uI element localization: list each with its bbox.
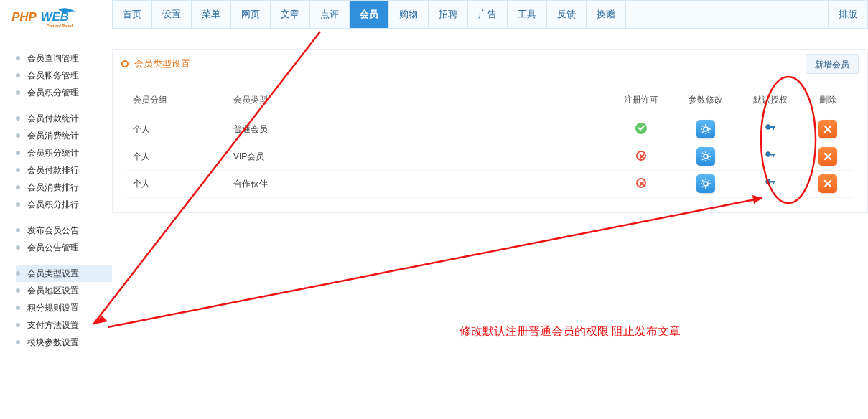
member-type-table: 会员分组 会员类型 注册许可 参数修改 默认授权 删除 个人普通会员个人VIP会… [127, 85, 853, 198]
sidebar-item[interactable]: 会员积分排行 [16, 196, 112, 213]
topnav-tab[interactable]: 工具 [508, 1, 547, 28]
close-icon [822, 123, 834, 135]
sidebar-item-label: 会员消费统计 [27, 130, 79, 142]
key-icon [765, 123, 776, 135]
sidebar-item-label: 会员付款统计 [27, 113, 79, 125]
bullet-icon [16, 73, 20, 77]
cell-param-edit [673, 143, 738, 170]
bullet-icon [16, 116, 20, 121]
sidebar-item[interactable]: 会员付款统计 [16, 110, 112, 127]
sidebar-item-label: 模块参数设置 [27, 336, 79, 349]
sidebar-item-label: 会员付款排行 [27, 164, 79, 176]
topnav-tab[interactable]: 文章 [271, 1, 310, 28]
topnav-tab[interactable]: 招聘 [429, 1, 468, 28]
default-auth-button[interactable] [761, 174, 780, 193]
sidebar-item-label: 支付方法设置 [27, 319, 79, 331]
topnav-tab[interactable]: 设置 [152, 1, 192, 28]
cell-reg-allow[interactable] [609, 116, 673, 143]
bullet-icon [16, 202, 20, 207]
sidebar-item-label: 会员类型设置 [27, 268, 79, 280]
topnav-tab[interactable]: 广告 [468, 1, 508, 28]
sidebar-item-label: 会员帐务管理 [27, 70, 79, 82]
sidebar-item-label: 会员地区设置 [27, 285, 79, 297]
param-edit-button[interactable] [696, 174, 715, 193]
sidebar-item[interactable]: 支付方法设置 [16, 316, 112, 334]
sidebar-item-label: 会员积分统计 [27, 147, 79, 159]
cell-param-edit [673, 116, 738, 143]
col-group: 会员分组 [127, 85, 228, 116]
sidebar-item-label: 会员公告管理 [27, 242, 79, 254]
cell-default-auth [738, 143, 803, 170]
bullet-icon [16, 90, 20, 95]
close-icon [822, 151, 834, 162]
add-member-type-button[interactable]: 新增会员 [806, 54, 859, 74]
default-auth-button[interactable] [761, 147, 780, 166]
bullet-icon [16, 245, 20, 250]
cell-group: 个人 [127, 170, 228, 197]
close-icon [822, 178, 834, 189]
cell-delete [803, 116, 853, 143]
key-icon [765, 178, 776, 189]
key-icon [765, 151, 776, 162]
col-type: 会员类型 [228, 85, 609, 116]
col-del: 删除 [803, 85, 853, 116]
panel-bullet-icon [121, 60, 129, 67]
sidebar-item[interactable]: 会员消费排行 [16, 179, 112, 196]
delete-button[interactable] [818, 174, 837, 193]
panel-member-type: 会员类型设置 新增会员 会员分组 会员类型 注册许可 参数修改 默认授权 删除 … [112, 49, 868, 213]
sidebar-item[interactable]: 会员积分管理 [16, 84, 112, 101]
cell-param-edit [673, 170, 738, 197]
panel-title: 会员类型设置 [134, 57, 190, 70]
sidebar-item[interactable]: 积分规则设置 [16, 299, 112, 316]
sidebar-item-label: 积分规则设置 [27, 302, 79, 314]
default-auth-button[interactable] [761, 120, 780, 138]
topnav-tab[interactable]: 菜单 [192, 1, 231, 28]
sidebar-item[interactable]: 会员类型设置 [16, 265, 112, 282]
cell-type: VIP会员 [228, 143, 609, 170]
sidebar-item-label: 发布会员公告 [27, 225, 79, 237]
topnav-tab[interactable]: 网页 [231, 1, 271, 28]
cell-reg-allow[interactable] [609, 170, 673, 197]
cell-default-auth [738, 116, 803, 143]
cell-type: 合作伙伴 [228, 170, 609, 197]
topnav-tab[interactable]: 反馈 [547, 1, 587, 28]
topnav-tab[interactable]: 购物 [389, 1, 429, 28]
sidebar-item[interactable]: 发布会员公告 [16, 222, 112, 239]
top-nav: 首页设置菜单网页文章点评会员购物招聘广告工具反馈换赠排版 [112, 0, 868, 29]
bullet-icon [16, 340, 20, 344]
sidebar-item[interactable]: 会员消费统计 [16, 127, 112, 144]
sidebar-item-label: 会员消费排行 [27, 182, 79, 194]
param-edit-button[interactable] [696, 147, 715, 166]
table-row: 个人普通会员 [127, 116, 853, 143]
cell-reg-allow[interactable] [609, 143, 673, 170]
topnav-tab-layout[interactable]: 排版 [829, 1, 867, 28]
sidebar-item[interactable]: 会员付款排行 [16, 161, 112, 179]
table-row: 个人合作伙伴 [127, 170, 853, 197]
col-param: 参数修改 [673, 85, 738, 116]
bullet-icon [16, 185, 20, 189]
topnav-tab[interactable]: 首页 [113, 1, 152, 28]
topnav-tab[interactable]: 会员 [350, 1, 389, 28]
sidebar-item[interactable]: 会员帐务管理 [16, 67, 112, 84]
delete-button[interactable] [818, 120, 837, 138]
delete-button[interactable] [818, 147, 837, 166]
bullet-icon [16, 56, 20, 60]
bullet-icon [16, 228, 20, 232]
gear-icon [700, 178, 711, 189]
sidebar-item[interactable]: 会员查询管理 [16, 50, 112, 67]
cell-type: 普通会员 [228, 116, 609, 143]
cell-delete [803, 143, 853, 170]
sidebar-item[interactable]: 模块参数设置 [16, 334, 112, 351]
param-edit-button[interactable] [696, 120, 715, 138]
topnav-tab[interactable]: 换赠 [587, 1, 626, 28]
sidebar-item[interactable]: 会员公告管理 [16, 239, 112, 256]
sidebar-item-label: 会员积分排行 [27, 199, 79, 211]
col-auth: 默认授权 [738, 85, 803, 116]
check-no-icon [636, 178, 646, 188]
topnav-tab[interactable]: 点评 [310, 1, 350, 28]
sidebar-item[interactable]: 会员地区设置 [16, 282, 112, 299]
cell-group: 个人 [127, 143, 228, 170]
svg-text:Control Panel: Control Panel [47, 24, 73, 28]
sidebar-item[interactable]: 会员积分统计 [16, 144, 112, 161]
gear-icon [700, 151, 711, 162]
